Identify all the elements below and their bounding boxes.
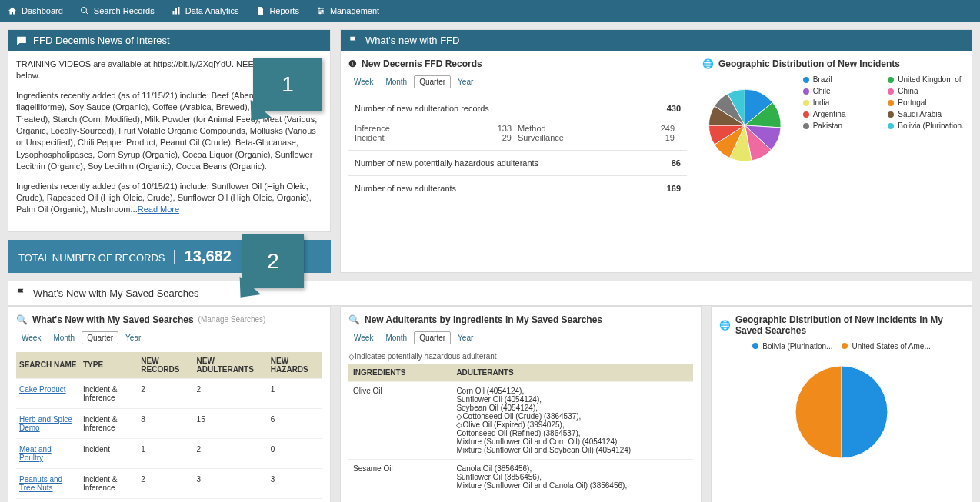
table-row: Cake ProductIncident & Inference221 [16, 378, 322, 408]
svg-rect-2 [172, 11, 174, 15]
svg-point-8 [318, 8, 320, 9]
stat-adulterants: Number of new adulterants 169 [348, 175, 687, 201]
pie-chart [702, 75, 788, 175]
pie-legend: BrazilUnited Kingdom of Gr...ChileChinaI… [803, 75, 964, 130]
news-para: Ingredients recently added (as of 10/15/… [16, 181, 322, 216]
adulterants-head: 🔍 New Adulterants by Ingredients in My S… [348, 314, 693, 325]
nav-label: Dashboard [22, 6, 63, 15]
svg-rect-3 [175, 8, 177, 15]
settings-icon [316, 6, 325, 15]
callout-2: 2 [242, 234, 304, 288]
svg-rect-4 [178, 7, 179, 15]
stat-hazardous: Number of new potentially hazardous adul… [348, 150, 687, 175]
nav-label: Data Analytics [185, 6, 239, 15]
sub-stats: Inference133 Method249 Incident29 Survei… [348, 121, 687, 150]
range-tabs: Week Month Quarter Year [348, 75, 687, 88]
legend-item[interactable]: China [888, 87, 964, 95]
saved-searches-panel: 🔍 What's New with My Saved Searches (Man… [8, 306, 331, 502]
nav-management[interactable]: Management [316, 6, 379, 15]
search-icon [80, 6, 89, 15]
globe-icon: 🌐 [702, 58, 714, 69]
table-row: Herb and Spice DemoIncident & Inference8… [16, 408, 322, 438]
globe-icon: 🌐 [719, 320, 731, 331]
ffd-panel: What's new with FFD ❶ New Decernis FFD R… [340, 29, 972, 273]
read-more-link[interactable]: Read More [138, 204, 179, 214]
geo-saved-panel: 🌐 Geographic Distribution of New Inciden… [711, 306, 972, 502]
nav-search[interactable]: Search Records [80, 6, 155, 15]
stat-adulteration: Number of new adulteration records 430 [348, 96, 687, 121]
legend-item[interactable]: Pakistan [803, 121, 879, 130]
svg-point-10 [319, 12, 321, 14]
search-link[interactable]: Peanuts and Tree Nuts [19, 475, 62, 492]
legend-item[interactable]: United Kingdom of Gr... [888, 75, 964, 84]
pie-chart-saved [788, 358, 895, 466]
legend-item[interactable]: India [803, 98, 879, 107]
range-week[interactable]: Week [348, 75, 378, 88]
totals-value: 13,682 [185, 248, 232, 265]
range-quarter[interactable]: Quarter [414, 75, 451, 88]
ffd-header: What's new with FFD [341, 30, 972, 51]
range-month[interactable]: Month [380, 331, 412, 344]
home-icon [8, 6, 17, 15]
table-row: Sesame OilCanola Oil (3856456),Sunflower… [348, 459, 693, 494]
info-icon: ❶ [348, 58, 357, 69]
legend-item[interactable]: Bolivia (Plurination... [752, 342, 832, 351]
search-link[interactable]: Herb and Spice Demo [19, 415, 72, 432]
news-panel: FFD Decernis News of Interest TRAINING V… [8, 29, 331, 232]
top-nav: Dashboard Search Records Data Analytics … [0, 0, 980, 22]
range-month[interactable]: Month [380, 75, 412, 88]
legend-item[interactable]: United States of Ame... [842, 342, 930, 351]
manage-searches-link[interactable]: (Manage Searches) [198, 315, 266, 324]
range-week[interactable]: Week [348, 331, 378, 344]
range-quarter[interactable]: Quarter [82, 331, 118, 344]
nav-label: Management [330, 6, 379, 15]
search-link[interactable]: Cake Product [19, 385, 66, 394]
legend-item[interactable]: Brazil [803, 75, 879, 84]
table-row: Meat and PoultryIncident120 [16, 438, 322, 468]
totals-label: TOTAL NUMBER OF RECORDS [18, 252, 165, 264]
geo-saved-head: 🌐 Geographic Distribution of New Inciden… [719, 314, 964, 336]
chart-icon [172, 6, 181, 15]
new-adulterants-panel: 🔍 New Adulterants by Ingredients in My S… [340, 306, 702, 502]
range-month[interactable]: Month [48, 331, 80, 344]
legend-item[interactable]: Saudi Arabia [888, 110, 964, 118]
comment-icon [16, 35, 27, 46]
legend-item[interactable]: Bolivia (Plurination... [888, 121, 964, 130]
table-row: Incident & Inference4131 [16, 498, 322, 502]
search-icon: 🔍 [16, 314, 28, 325]
range-quarter[interactable]: Quarter [414, 331, 451, 344]
range-year[interactable]: Year [452, 75, 478, 88]
range-week[interactable]: Week [16, 331, 46, 344]
document-icon [255, 6, 265, 15]
flag-icon [16, 288, 27, 298]
ingredient-table: INGREDIENTS ADULTERANTS Olive OilCorn Oi… [348, 364, 693, 494]
nav-analytics[interactable]: Data Analytics [172, 6, 239, 15]
svg-point-0 [81, 8, 86, 13]
legend-item[interactable]: Portugal [888, 98, 964, 107]
nav-label: Search Records [94, 6, 155, 15]
news-header: FFD Decernis News of Interest [8, 30, 330, 51]
range-tabs-saved: Week Month Quarter Year [16, 331, 322, 344]
svg-point-9 [322, 10, 323, 12]
ffd-title: What's new with FFD [365, 35, 459, 46]
svg-line-1 [85, 12, 88, 15]
geo-saved-legend: Bolivia (Plurination...United States of … [719, 342, 964, 351]
range-year[interactable]: Year [120, 331, 146, 344]
flag-icon [348, 35, 359, 46]
callout-1: 1 [253, 58, 322, 111]
nav-dashboard[interactable]: Dashboard [8, 6, 63, 15]
saved-searches-header: What's New with My Saved Searches [8, 281, 972, 306]
hazard-note: ◇Indicates potentially hazardous adulter… [348, 352, 693, 361]
legend-item[interactable]: Chile [803, 87, 879, 95]
saved-sub-head: 🔍 What's New with My Saved Searches (Man… [16, 314, 322, 325]
nav-reports[interactable]: Reports [255, 6, 299, 15]
legend-item[interactable]: Argentina [803, 110, 879, 118]
table-row: Peanuts and Tree NutsIncident & Inferenc… [16, 468, 322, 498]
search-link[interactable]: Meat and Poultry [19, 445, 52, 462]
nav-label: Reports [269, 6, 299, 15]
saved-table: SEARCH NAME TYPE NEW RECORDS NEW ADULTER… [16, 352, 322, 502]
ffd-stats: ❶ New Decernis FFD Records Week Month Qu… [348, 58, 687, 201]
ffd-body: ❶ New Decernis FFD Records Week Month Qu… [341, 51, 972, 208]
range-year[interactable]: Year [452, 331, 478, 344]
geo-head: 🌐 Geographic Distribution of New Inciden… [702, 58, 964, 69]
